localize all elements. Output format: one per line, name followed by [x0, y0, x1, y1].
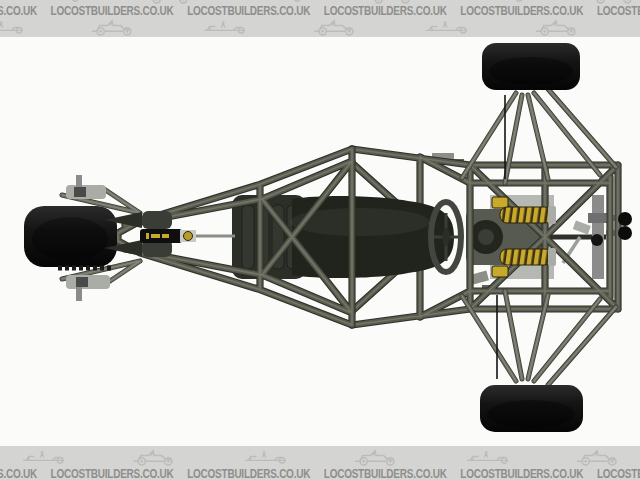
watermark-icon-row — [0, 448, 640, 467]
kit-car-icon — [91, 18, 137, 37]
watermark-text: LOCOSTBUILDERS.CO.UK — [597, 5, 640, 18]
watermark-text: LOCOSTBUILDERS.CO.UK — [460, 468, 583, 480]
chassis-icon — [0, 18, 26, 37]
front-upper-wishbone-clevis — [66, 175, 106, 199]
watermark-banner-top: LOCOSTBUILDERS.CO.UKLOCOSTBUILDERS.CO.UK… — [0, 0, 640, 37]
watermark-text: LOCOSTBUILDERS.CO.UK — [187, 5, 310, 18]
watermark-text-row: LOCOSTBUILDERS.CO.UKLOCOSTBUILDERS.CO.UK… — [0, 468, 495, 480]
chassis-icon — [21, 448, 67, 467]
watermark-icon-row — [0, 18, 640, 37]
kit-car-icon — [354, 448, 400, 467]
watermark-text: LOCOSTBUILDERS.CO.UK — [460, 5, 583, 18]
watermark-banner-bottom: LOCOSTBUILDERS.CO.UKLOCOSTBUILDERS.CO.UK… — [0, 446, 640, 480]
watermark-text: LOCOSTBUILDERS.CO.UK — [324, 5, 447, 18]
kit-car-icon — [313, 18, 359, 37]
kit-car-icon — [576, 448, 622, 467]
chassis-top-view: Top view CAD render of tubular space-fra… — [0, 37, 640, 446]
steering-wheel — [431, 202, 461, 272]
watermark-text: LOCOSTBUILDERS.CO.UK — [187, 468, 310, 480]
chassis-icon — [202, 18, 248, 37]
chassis-icon — [424, 18, 470, 37]
watermark-text: LOCOSTBUILDERS.CO.UK — [324, 468, 447, 480]
watermark-text-row: LOCOSTBUILDERS.CO.UKLOCOSTBUILDERS.CO.UK… — [0, 5, 495, 18]
front-coilover — [140, 229, 235, 243]
rear-wheel-upper — [482, 43, 580, 90]
screenshot-stage: LOCOSTBUILDERS.CO.UKLOCOSTBUILDERS.CO.UK… — [0, 0, 640, 480]
front-wheel — [24, 206, 117, 268]
kit-car-icon — [535, 18, 581, 37]
front-lower-wishbone-clevis — [66, 275, 110, 301]
watermark-text: LOCOSTBUILDERS.CO.UK — [51, 5, 174, 18]
chassis-render-image: Top view CAD render of tubular space-fra… — [0, 37, 640, 446]
chassis-icon — [465, 448, 511, 467]
watermark-text: LOCOSTBUILDERS.CO.UK — [0, 5, 37, 18]
chassis-icon — [243, 448, 289, 467]
watermark-text: LOCOSTBUILDERS.CO.UK — [0, 468, 37, 480]
watermark-text: LOCOSTBUILDERS.CO.UK — [51, 468, 174, 480]
kit-car-icon — [132, 448, 178, 467]
rear-wheel-lower — [480, 385, 583, 432]
watermark-text: LOCOSTBUILDERS.CO.UK — [597, 468, 640, 480]
